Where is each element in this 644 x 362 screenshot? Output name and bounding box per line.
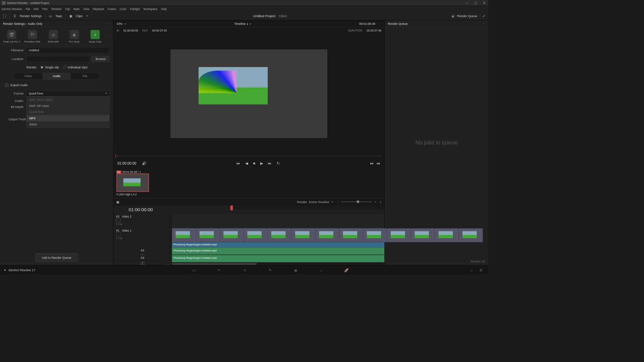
preset-finalcut[interactable]: 🎬Final Cut Pro 7	[2, 30, 21, 43]
zoom-out-button[interactable]: −	[337, 200, 339, 204]
render-settings-label[interactable]: Render Settings	[20, 14, 42, 18]
deliver-page-icon[interactable]: 🚀	[344, 267, 349, 273]
minimize-button[interactable]: —	[465, 1, 469, 5]
menu-item[interactable]: File	[25, 7, 30, 10]
play-button[interactable]: ▶	[260, 161, 263, 165]
panel-menu-icon[interactable]: ⋯	[482, 22, 485, 26]
zoom-slider[interactable]	[341, 201, 372, 202]
dropdown-item[interactable]: QuickTime	[27, 109, 109, 115]
location-input[interactable]	[26, 56, 90, 62]
next-frame-button[interactable]: ⏭	[268, 161, 272, 165]
menu-item[interactable]: View	[83, 7, 89, 10]
track-body[interactable]: Photoshop Regenbogen erstellen.mp4	[172, 247, 384, 255]
render-all-button[interactable]: Render All	[471, 260, 485, 263]
audio-meter-icon[interactable]: ♪	[380, 200, 381, 204]
clips-label[interactable]: Clips	[76, 14, 83, 18]
timeline-name[interactable]: Timeline 1	[234, 22, 248, 26]
video-clip[interactable]	[172, 228, 384, 242]
tab-file[interactable]: File	[71, 73, 99, 80]
dropdown-item[interactable]: MXF OP1A (IMF)	[27, 97, 109, 103]
menu-item[interactable]: Workspace	[144, 7, 158, 10]
track-enable-toggle[interactable]	[116, 219, 121, 222]
fullscreen-icon[interactable]: ⛶	[3, 14, 6, 18]
render-queue-icon[interactable]: 🖨	[451, 14, 454, 18]
menu-item[interactable]: Fusion	[108, 7, 116, 10]
scrub-bar[interactable]	[115, 154, 382, 159]
jump-prev-button[interactable]: ⏮	[377, 161, 380, 165]
jump-next-button[interactable]: ⏭	[370, 161, 374, 165]
viewer-menu-icon[interactable]: ⋯	[378, 22, 381, 26]
preset-protools[interactable]: ◉Pro Tools	[65, 30, 84, 43]
chevron-down-icon[interactable]: ▼	[331, 200, 334, 203]
settings-icon[interactable]: ⚙	[479, 267, 484, 273]
close-button[interactable]: ✕	[483, 1, 486, 5]
track-body[interactable]	[172, 214, 384, 228]
solo-button[interactable]: S	[141, 262, 145, 265]
color-page-icon[interactable]: ◉	[293, 267, 298, 273]
timeline-ruler[interactable]	[230, 205, 384, 210]
home-icon[interactable]: ⌂	[469, 267, 474, 273]
timeline-view-icon[interactable]: ▦	[116, 200, 119, 204]
stop-button[interactable]: ■	[253, 161, 255, 165]
edit-page-icon[interactable]: ≡	[242, 267, 247, 273]
track-enable-toggle[interactable]	[116, 233, 121, 236]
menu-item[interactable]: Timeline	[51, 7, 61, 10]
dropdown-item[interactable]: MXF OP-Atom	[27, 103, 109, 109]
chevron-down-icon[interactable]: ▼	[86, 15, 89, 17]
menu-item[interactable]: Color	[120, 7, 126, 10]
media-page-icon[interactable]: ▭	[192, 267, 197, 273]
tape-icon[interactable]: ▭	[49, 14, 52, 18]
menu-item[interactable]: Help	[161, 7, 167, 10]
prev-frame-button[interactable]: ◀	[245, 161, 248, 165]
fairlight-page-icon[interactable]: ♪	[319, 267, 324, 273]
add-to-render-queue-button[interactable]: Add to Render Queue	[35, 253, 77, 261]
tab-audio[interactable]: Audio	[42, 73, 71, 80]
dropdown-item-hover[interactable]: MP4	[27, 115, 109, 121]
preset-audio-only[interactable]: ♪Audio Only	[86, 30, 105, 43]
individual-clips-radio[interactable]: Individual clips	[63, 66, 88, 69]
maximize-button[interactable]: ▢	[474, 1, 478, 5]
menu-item[interactable]: Trim	[42, 7, 47, 10]
menu-item[interactable]: Fairlight	[130, 7, 140, 10]
timeline-scrollbar[interactable]	[172, 263, 384, 265]
chevron-down-icon[interactable]: ▼	[249, 23, 251, 25]
clip-thumbnail[interactable]: 0100:01:05:48 V1 H.264 High L4.2	[116, 171, 149, 196]
dropdown-item[interactable]: Wave	[27, 121, 109, 127]
cut-page-icon[interactable]: ✂	[217, 267, 222, 273]
tab-video[interactable]: Video	[14, 73, 43, 80]
first-frame-button[interactable]: ⏮	[236, 161, 240, 165]
audio-clip[interactable]: Photoshop Regenbogen erstellen.mp4	[172, 247, 384, 254]
render-scope-select[interactable]: Entire Timeline	[309, 200, 329, 204]
browse-button[interactable]: Browse	[92, 56, 110, 62]
audio-clip[interactable]: Photoshop Regenbogen erstellen.mp4	[172, 255, 384, 262]
clips-icon[interactable]: ▦	[69, 14, 72, 18]
app-icon	[2, 1, 6, 5]
preset-avid[interactable]: ◎AVID AAF	[44, 30, 63, 43]
track-body[interactable]: Photoshop Regenbogen erstellen.mp4	[172, 255, 384, 262]
fusion-page-icon[interactable]: ✎	[268, 267, 273, 273]
export-audio-checkbox[interactable]: ✓	[5, 83, 8, 87]
single-clip-radio[interactable]: Single clip	[41, 66, 59, 69]
menu-item[interactable]: Playback	[93, 7, 104, 10]
preset-scroll-right[interactable]: ›	[106, 30, 110, 43]
menu-item[interactable]: Mark	[73, 7, 80, 10]
playhead-icon[interactable]	[115, 154, 116, 158]
playhead-icon[interactable]	[230, 205, 233, 210]
zoom-in-button[interactable]: +	[375, 200, 376, 204]
expand-icon[interactable]: ⤢	[483, 14, 485, 18]
zoom-select[interactable]: 33%▼	[116, 22, 126, 26]
menu-item[interactable]: Edit	[34, 7, 38, 10]
volume-icon[interactable]: 🔊	[142, 161, 146, 165]
menu-item[interactable]: Clip	[65, 7, 70, 10]
tape-label[interactable]: Tape	[55, 14, 62, 18]
render-settings-icon[interactable]: ☰	[13, 14, 16, 18]
format-select[interactable]: QuickTime▼	[26, 90, 110, 97]
viewer-viewport[interactable]	[113, 34, 384, 154]
render-queue-label[interactable]: Render Queue	[457, 14, 477, 18]
panel-menu-icon[interactable]: ⋯	[107, 22, 110, 26]
menu-item[interactable]: DaVinci Resolve	[2, 7, 22, 10]
loop-button[interactable]: ↻	[277, 161, 280, 165]
preset-premiere[interactable]: PrPremiere XML	[23, 30, 42, 43]
filename-input[interactable]	[26, 47, 110, 53]
track-body[interactable]: Photoshop Regenbogen erstellen.mp4	[172, 228, 384, 247]
